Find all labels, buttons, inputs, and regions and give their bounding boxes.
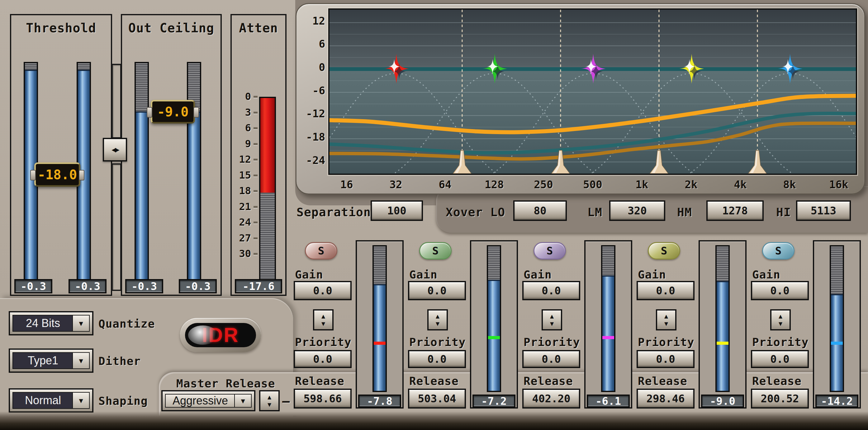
band4-gain-value[interactable]: 0.0: [637, 281, 694, 300]
stepper-down-icon[interactable]: ▼: [550, 321, 554, 327]
band2-meter: -7.2: [470, 240, 518, 408]
quantize-value[interactable]: 24 Bits: [12, 315, 73, 332]
shaping-dropdown-arrow-icon[interactable]: ▼: [72, 392, 90, 409]
threshold-title: Threshold: [11, 21, 111, 35]
stepper-down-icon[interactable]: ▼: [664, 321, 668, 327]
atten-scale-label: 21: [232, 201, 251, 212]
atten-scale-tick: [253, 96, 257, 98]
master-release-arrow-icon[interactable]: ▼: [234, 394, 252, 407]
stepper-down-icon[interactable]: ▼: [321, 321, 325, 327]
band2-priority-tick[interactable]: [488, 336, 500, 339]
band2-release-value[interactable]: 503.04: [408, 389, 466, 408]
quantize-dropdown[interactable]: 24 Bits ▼: [9, 311, 93, 335]
stepper-up-icon[interactable]: ▲: [321, 313, 325, 319]
master-release-value[interactable]: Aggressive: [165, 394, 236, 407]
atten-scale-tick: [253, 159, 257, 161]
master-release-dropdown[interactable]: Aggressive ▼: [161, 390, 255, 411]
y-axis-tick: -18: [298, 131, 325, 143]
band4-priority-value[interactable]: 0.0: [637, 350, 694, 368]
band2-priority-value[interactable]: 0.0: [408, 350, 466, 368]
band2-gain-value[interactable]: 0.0: [408, 281, 466, 300]
atten-scale-tick: [253, 143, 257, 145]
band1-priority-tick[interactable]: [374, 342, 385, 345]
band3-release-value[interactable]: 402.20: [522, 389, 580, 408]
atten-scale-tick: [253, 237, 257, 239]
dither-dropdown[interactable]: Type1 ▼: [9, 349, 93, 373]
atten-scale-label: 15: [232, 169, 251, 181]
dither-label: Dither: [98, 355, 141, 367]
band5-priority-label: Priority: [752, 336, 808, 349]
threshold-ceiling-link-button[interactable]: ◀▶: [103, 138, 127, 162]
band1-meter: -7.8: [356, 240, 404, 408]
atten-scale: 036912151821242730: [232, 15, 285, 295]
band2-meter-fill: [488, 280, 500, 391]
band3-priority-value[interactable]: 0.0: [522, 350, 580, 368]
band5-gain-value[interactable]: 0.0: [751, 281, 809, 300]
y-axis-tick: 0: [298, 61, 325, 73]
shaping-label: Shaping: [98, 395, 148, 407]
band1-gain-stepper[interactable]: ▲▼: [313, 309, 334, 330]
idr-logo: IDR: [180, 318, 261, 352]
frequency-graph[interactable]: [328, 8, 857, 175]
band2-meter-readout: -7.2: [472, 395, 516, 407]
band5-release-value[interactable]: 200.52: [751, 389, 809, 408]
band4-meter-readout: -9.0: [701, 395, 744, 407]
band5-priority-value[interactable]: 0.0: [751, 350, 809, 368]
atten-scale-tick: [253, 174, 257, 176]
band3-release-label: Release: [524, 375, 573, 387]
band1-gain-value[interactable]: 0.0: [294, 281, 352, 300]
band1-priority-value[interactable]: 0.0: [294, 350, 352, 368]
stepper-down-icon[interactable]: ▼: [779, 321, 782, 327]
band3-meter-track: [601, 245, 615, 392]
band3-gain-value[interactable]: 0.0: [522, 281, 580, 300]
band1-release-value[interactable]: 598.66: [294, 389, 352, 408]
xover-hm-value[interactable]: 1278: [706, 200, 764, 221]
stepper-up-icon[interactable]: ▲: [550, 313, 554, 319]
band4-gain-stepper[interactable]: ▲▼: [656, 309, 677, 330]
master-release-stepper[interactable]: ▲▼: [259, 390, 280, 411]
band4-priority-tick[interactable]: [717, 342, 728, 345]
shaping-value[interactable]: Normal: [12, 392, 73, 409]
band2-solo-button[interactable]: S: [419, 242, 452, 260]
stepper-up-icon[interactable]: ▲: [664, 313, 668, 319]
band3-gain-stepper[interactable]: ▲▼: [541, 309, 562, 330]
stepper-up-icon[interactable]: ▲: [436, 313, 439, 319]
band3-priority-tick[interactable]: [602, 336, 614, 339]
x-axis-tick: 250: [522, 178, 565, 191]
xover-hi-value[interactable]: 5113: [796, 200, 851, 221]
y-axis-tick: 6: [298, 38, 325, 50]
out-ceiling-fader-right[interactable]: [187, 62, 201, 284]
quantize-dropdown-arrow-icon[interactable]: ▼: [72, 315, 90, 332]
band3-solo-button[interactable]: S: [533, 242, 566, 260]
band4-release-value[interactable]: 298.46: [637, 389, 694, 408]
band1-solo-button[interactable]: S: [305, 242, 337, 260]
x-axis-tick: 4k: [718, 178, 762, 191]
atten-scale-label: 6: [232, 122, 251, 134]
stepper-up-icon[interactable]: ▲: [268, 394, 271, 400]
x-axis-tick: 500: [571, 178, 615, 191]
band2-gain-stepper[interactable]: ▲▼: [427, 309, 448, 330]
x-axis-tick: 16k: [817, 178, 861, 191]
xover-lm-value[interactable]: 320: [609, 200, 665, 221]
stepper-up-icon[interactable]: ▲: [779, 313, 782, 319]
shaping-dropdown[interactable]: Normal ▼: [9, 388, 93, 412]
xover-lo-label: Xover LO: [446, 205, 505, 219]
band1-priority-label: Priority: [295, 336, 351, 349]
dither-dropdown-arrow-icon[interactable]: ▼: [72, 352, 90, 369]
out-ceiling-value-tag[interactable]: -9.0: [151, 100, 195, 124]
stepper-down-icon[interactable]: ▼: [268, 401, 271, 407]
band5-solo-button[interactable]: S: [762, 242, 795, 260]
band5-meter-track: [830, 245, 844, 392]
out-ceiling-peak-right: -0.3: [179, 279, 217, 293]
xover-lo-value[interactable]: 80: [513, 200, 567, 221]
band5-gain-stepper[interactable]: ▲▼: [770, 309, 791, 330]
out-ceiling-fader-left[interactable]: [134, 62, 149, 284]
band5-priority-tick[interactable]: [831, 342, 843, 345]
band1-meter-readout: -7.8: [358, 395, 401, 407]
separation-value[interactable]: 100: [371, 200, 423, 221]
dither-value[interactable]: Type1: [12, 352, 73, 369]
band5-meter: -14.2: [813, 240, 861, 408]
threshold-value-tag[interactable]: -18.0: [34, 162, 80, 187]
stepper-down-icon[interactable]: ▼: [436, 321, 439, 327]
band4-solo-button[interactable]: S: [648, 242, 680, 260]
